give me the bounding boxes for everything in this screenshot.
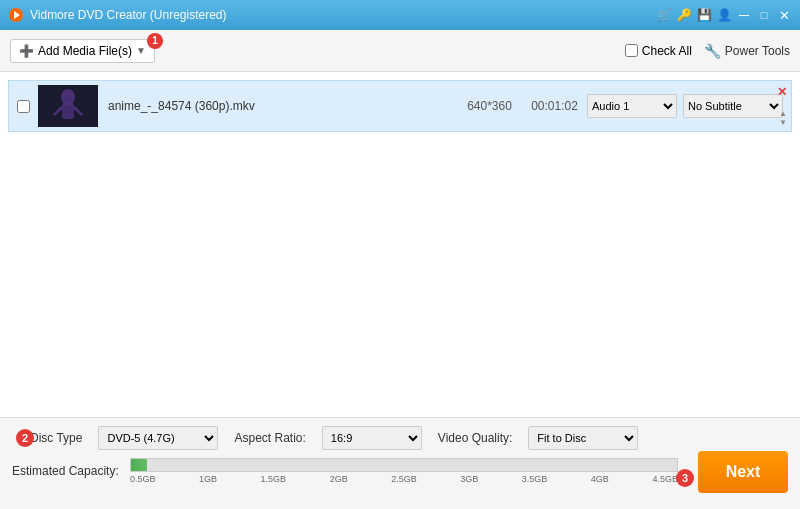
add-media-label: Add Media File(s) (38, 44, 132, 58)
arrow-up-icon[interactable]: ▲ (779, 110, 787, 118)
wrench-icon: 🔧 (704, 43, 721, 59)
capacity-bar (130, 458, 678, 472)
person-icon[interactable]: 👤 (716, 7, 732, 23)
settings-row: 2 Disc Type DVD-5 (4.7G) DVD-9 (8.5G) As… (12, 426, 788, 450)
tick-5: 3GB (460, 474, 478, 484)
badge-1: 1 (147, 33, 163, 49)
subtitle-select[interactable]: No Subtitle (683, 94, 783, 118)
close-btn[interactable]: ✕ (776, 7, 792, 23)
badge-3: 3 (676, 469, 694, 487)
tick-3: 2GB (330, 474, 348, 484)
app-title: Vidmore DVD Creator (Unregistered) (30, 8, 656, 22)
check-all-label[interactable]: Check All (625, 44, 692, 58)
tick-1: 1GB (199, 474, 217, 484)
disc-type-label: Disc Type (30, 431, 82, 445)
title-bar: Vidmore DVD Creator (Unregistered) 🛒 🔑 💾… (0, 0, 800, 30)
maximize-btn[interactable]: □ (756, 7, 772, 23)
window-controls: 🛒 🔑 💾 👤 ─ □ ✕ (656, 7, 792, 23)
tick-6: 3.5GB (522, 474, 548, 484)
file-duration: 00:01:02 (522, 99, 587, 113)
power-tools-button[interactable]: 🔧 Power Tools (704, 43, 790, 59)
toolbar: ➕ Add Media File(s) ▼ 1 Check All 🔧 Powe… (0, 30, 800, 72)
aspect-ratio-label: Aspect Ratio: (234, 431, 305, 445)
add-media-icon: ➕ (19, 44, 34, 58)
capacity-bar-fill (131, 459, 147, 471)
file-checkbox[interactable] (17, 100, 30, 113)
tick-4: 2.5GB (391, 474, 417, 484)
tick-2: 1.5GB (261, 474, 287, 484)
cart-icon[interactable]: 🛒 (656, 7, 672, 23)
svg-rect-4 (62, 103, 74, 119)
file-row-arrows: ▲ ▼ (779, 110, 787, 127)
capacity-label: Estimated Capacity: (12, 464, 122, 478)
aspect-ratio-select[interactable]: 16:9 4:3 (322, 426, 422, 450)
capacity-ticks: 0.5GB 1GB 1.5GB 2GB 2.5GB 3GB 3.5GB 4GB … (130, 474, 678, 484)
video-quality-label: Video Quality: (438, 431, 513, 445)
toolbar-right: Check All 🔧 Power Tools (625, 43, 790, 59)
file-thumbnail (38, 85, 98, 127)
power-tools-label: Power Tools (725, 44, 790, 58)
badge-2: 2 (16, 429, 34, 447)
video-quality-select[interactable]: Fit to Disc High Medium Low (528, 426, 638, 450)
tick-8: 4.5GB (652, 474, 678, 484)
next-button[interactable]: Next (698, 451, 788, 493)
tick-0: 0.5GB (130, 474, 156, 484)
file-row: anime_-_84574 (360p).mkv 640*360 00:01:0… (8, 80, 792, 132)
capacity-row: Estimated Capacity: 0.5GB 1GB 1.5GB 2GB … (12, 458, 788, 484)
check-all-checkbox[interactable] (625, 44, 638, 57)
tick-7: 4GB (591, 474, 609, 484)
disc-type-select[interactable]: DVD-5 (4.7G) DVD-9 (8.5G) (98, 426, 218, 450)
remove-file-icon[interactable]: ✕ (777, 85, 787, 99)
file-name: anime_-_84574 (360p).mkv (108, 99, 457, 113)
file-resolution: 640*360 (457, 99, 522, 113)
audio-select[interactable]: Audio 1 (587, 94, 677, 118)
add-media-button[interactable]: ➕ Add Media File(s) ▼ (10, 39, 155, 63)
bottom-bar: 2 Disc Type DVD-5 (4.7G) DVD-9 (8.5G) As… (0, 417, 800, 509)
minimize-btn[interactable]: ─ (736, 7, 752, 23)
svg-point-3 (61, 89, 75, 105)
app-logo (8, 7, 24, 23)
key-icon[interactable]: 🔑 (676, 7, 692, 23)
arrow-down-icon[interactable]: ▼ (779, 119, 787, 127)
thumbnail-image (38, 85, 98, 127)
save-icon[interactable]: 💾 (696, 7, 712, 23)
content-area: anime_-_84574 (360p).mkv 640*360 00:01:0… (0, 72, 800, 417)
dropdown-arrow-icon: ▼ (136, 45, 146, 56)
